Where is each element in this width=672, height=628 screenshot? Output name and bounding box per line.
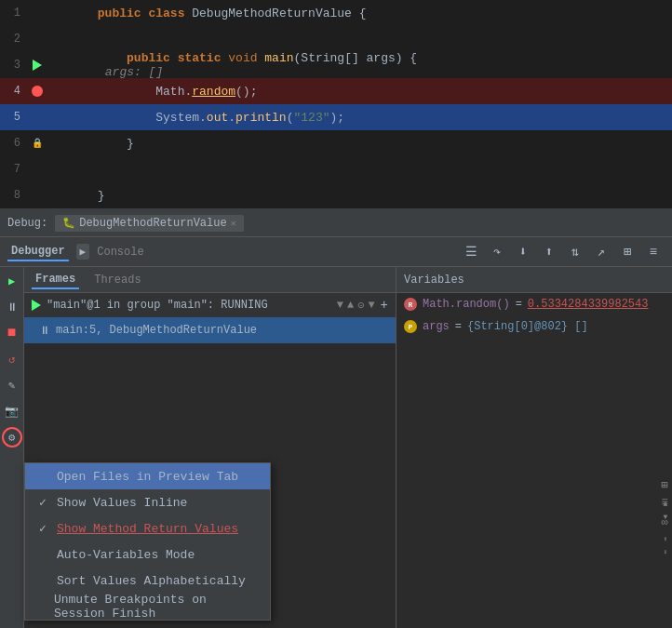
- thread-filter-btn[interactable]: ⊝: [357, 299, 364, 313]
- toolbar-watches-btn[interactable]: ⊞: [616, 241, 638, 263]
- toolbar-restore-btn[interactable]: ≡: [642, 241, 665, 263]
- menu-item-1[interactable]: ✓ Show Values Inline: [25, 489, 270, 515]
- edit-icon[interactable]: ✎: [2, 375, 22, 395]
- var-icon-math-random: R: [404, 298, 417, 311]
- run-icon: [33, 60, 42, 71]
- debug-label: Debug:: [7, 217, 47, 230]
- code-line-1: 1 public class DebugMethodReturnValue {: [0, 0, 672, 26]
- frame-row[interactable]: ⏸ main:5, DebugMethodReturnValue: [24, 317, 396, 343]
- line-number-1: 1: [0, 7, 28, 20]
- menu-label-0: Open Files in Preview Tab: [57, 470, 238, 484]
- toolbar-step-out-btn[interactable]: ⬆: [538, 241, 560, 263]
- camera-icon[interactable]: 📷: [2, 401, 22, 421]
- tab-debugger[interactable]: Debugger: [7, 243, 69, 261]
- resume-icon[interactable]: ▶: [2, 271, 22, 291]
- line-number-3: 3: [0, 59, 28, 72]
- thread-row: "main"@1 in group "main": RUNNING ▼ ▲ ⊝ …: [24, 293, 396, 317]
- var-value-1: {String[0]@802} []: [467, 320, 588, 333]
- tab-threads[interactable]: Threads: [90, 272, 144, 288]
- thread-name: "main"@1 in group "main": RUNNING: [47, 299, 331, 312]
- thread-down-btn[interactable]: ▼: [337, 299, 343, 313]
- menu-label-3: Auto-Variables Mode: [57, 548, 195, 562]
- close-session-icon[interactable]: ✕: [231, 218, 236, 229]
- code-editor: 1 public class DebugMethodReturnValue { …: [0, 0, 672, 209]
- variable-row-1: P args = {String[0]@802} []: [396, 315, 672, 338]
- var-name-0: Math.random(): [423, 298, 510, 311]
- side-icon-bar: ▶ ⏸ ■ ↺ ✎ 📷 ⚙: [0, 267, 24, 628]
- code-line-8: 8 }: [0, 182, 672, 208]
- debug-tab-bar: Debug: 🐛 DebugMethodReturnValue ✕: [0, 209, 672, 237]
- tab-frames[interactable]: Frames: [32, 271, 79, 289]
- breakpoint-icon: [32, 86, 43, 97]
- thread-more-btn[interactable]: ▼: [368, 299, 374, 313]
- rerun-icon[interactable]: ↺: [2, 349, 22, 369]
- var-icon-args: P: [404, 320, 417, 333]
- variables-label: Variables: [404, 274, 464, 287]
- menu-label-5: Unmute Breakpoints on Session Finish: [54, 593, 259, 621]
- thread-add-btn[interactable]: +: [381, 298, 388, 313]
- toolbar-evaluate-btn[interactable]: ↗: [590, 241, 612, 263]
- variable-row-0: R Math.random() = 0.5334284339982543: [396, 293, 672, 315]
- menu-label-2: Show Method Return Values: [57, 522, 238, 536]
- menu-item-4[interactable]: Sort Values Alphabetically: [25, 568, 270, 594]
- var-eq-0: =: [516, 298, 522, 311]
- thread-running-icon: [32, 300, 41, 311]
- line-number-8: 8: [0, 189, 28, 202]
- menu-item-3[interactable]: Auto-Variables Mode: [25, 541, 270, 568]
- scroll-pg-dn-btn[interactable]: ⬇: [660, 546, 671, 557]
- toolbar-list-btn[interactable]: ☰: [460, 241, 482, 263]
- menu-label-1: Show Values Inline: [57, 496, 187, 510]
- line-number-4: 4: [0, 85, 28, 98]
- gutter-3: [28, 60, 47, 71]
- line-number-7: 7: [0, 163, 28, 176]
- panel-tabs: Frames Threads: [24, 267, 396, 293]
- code-line-6: 6 🔒 }: [0, 130, 672, 156]
- stop-icon[interactable]: ■: [2, 323, 22, 343]
- gutter-6: 🔒: [28, 138, 47, 149]
- var-eq-1: =: [455, 320, 462, 333]
- line-number-2: 2: [0, 33, 28, 46]
- menu-item-2[interactable]: ✓ Show Method Return Values: [25, 515, 270, 541]
- menu-item-0[interactable]: Open Files in Preview Tab: [25, 463, 270, 489]
- menu-item-5[interactable]: Unmute Breakpoints on Session Finish: [25, 594, 270, 620]
- line-number-6: 6: [0, 137, 28, 150]
- context-menu: Open Files in Preview Tab ✓ Show Values …: [24, 462, 271, 621]
- frame-location: main:5, DebugMethodReturnValue: [56, 324, 257, 337]
- thread-up-btn[interactable]: ▲: [347, 299, 354, 313]
- scroll-pg-up-btn[interactable]: ⬆: [660, 533, 671, 544]
- gutter-4: [28, 86, 47, 97]
- variables-header: Variables: [396, 267, 672, 293]
- line-number-5: 5: [0, 111, 28, 124]
- lock-icon: 🔒: [32, 138, 43, 149]
- table-view-icon[interactable]: ⊞: [661, 478, 667, 492]
- session-name: DebugMethodReturnValue: [79, 217, 226, 230]
- toolbar-step-into-btn[interactable]: ⬇: [512, 241, 534, 263]
- pause-frame-icon: ⏸: [39, 324, 50, 338]
- menu-label-4: Sort Values Alphabetically: [57, 574, 246, 588]
- console-icon: ▶: [76, 244, 90, 260]
- filter-icon[interactable]: ≡: [661, 496, 667, 509]
- right-panel-icons: ⊞ ≡ ∞: [657, 474, 672, 533]
- infinite-icon[interactable]: ∞: [661, 516, 667, 529]
- toolbar-run-to-cursor-btn[interactable]: ⇅: [564, 241, 586, 263]
- menu-check-2: ✓: [36, 521, 49, 536]
- var-value-0: 0.5334284339982543: [528, 298, 649, 311]
- pause-debug-icon[interactable]: ⏸: [2, 297, 22, 317]
- settings-gear-icon[interactable]: ⚙: [2, 427, 22, 448]
- right-panel: Variables R Math.random() = 0.5334284339…: [396, 267, 672, 628]
- var-name-1: args: [423, 320, 450, 333]
- thread-controls: ▼ ▲ ⊝ ▼: [337, 299, 375, 313]
- menu-check-1: ✓: [36, 495, 49, 510]
- debug-session-tab[interactable]: 🐛 DebugMethodReturnValue ✕: [55, 215, 243, 232]
- toolbar-step-over-btn[interactable]: ↷: [486, 241, 508, 263]
- tab-console[interactable]: Console: [93, 244, 147, 261]
- debug-toolbar: Debugger ▶ Console ☰ ↷ ⬇ ⬆ ⇅ ↗ ⊞ ≡: [0, 237, 672, 267]
